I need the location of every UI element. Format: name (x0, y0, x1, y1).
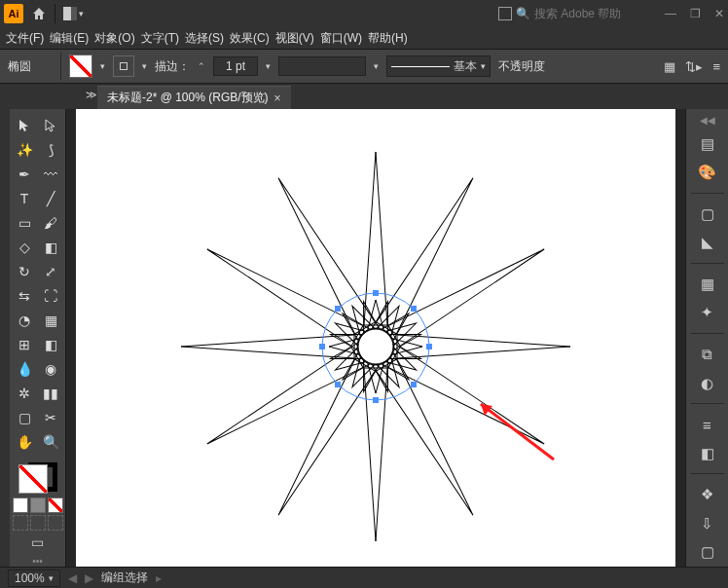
window-close-button[interactable]: ✕ (714, 7, 724, 20)
gradient-tool[interactable]: ◧ (39, 334, 62, 355)
color-mode-gradient[interactable] (30, 497, 46, 513)
asset-export-panel-icon[interactable]: ⇩ (694, 511, 721, 536)
properties-panel-icon[interactable]: ▤ (694, 131, 721, 157)
stroke-label: 描边： (155, 58, 190, 75)
svg-rect-5 (426, 344, 432, 349)
color-panel-icon[interactable]: 🎨 (694, 161, 721, 186)
zoom-level-field[interactable]: 100% ▾ (8, 570, 60, 587)
hand-tool[interactable]: ✋ (13, 431, 36, 453)
svg-line-10 (481, 404, 554, 459)
selection-tool[interactable] (13, 115, 36, 136)
magic-wand-tool[interactable]: ✨ (13, 139, 36, 161)
preferences-icon[interactable]: ≡ (712, 59, 720, 74)
variable-width-profile[interactable] (278, 56, 366, 76)
perspective-grid-tool[interactable]: ▦ (39, 310, 62, 331)
curvature-tool[interactable]: 〰 (39, 164, 62, 185)
tab-close-button[interactable]: × (274, 92, 281, 105)
tab-expand-left[interactable]: ≫ (78, 89, 97, 101)
slice-tool[interactable]: ✂ (39, 407, 62, 428)
align-panel-icon[interactable]: ▦ (664, 59, 675, 74)
app-logo: Ai (4, 4, 23, 23)
graphic-styles-panel-icon[interactable]: ◧ (694, 441, 721, 466)
swatches-panel-icon[interactable]: ◣ (694, 231, 721, 256)
workspace-switcher[interactable]: ▾ (63, 7, 84, 20)
home-icon[interactable] (31, 6, 47, 21)
menu-file[interactable]: 文件(F) (6, 30, 44, 47)
search-input[interactable] (534, 7, 651, 20)
svg-point-0 (358, 329, 393, 364)
type-tool[interactable]: T (13, 188, 36, 209)
menu-edit[interactable]: 编辑(E) (50, 30, 89, 47)
eraser-tool[interactable]: ◧ (39, 237, 62, 258)
brushes-panel-icon[interactable]: ▦ (694, 272, 721, 297)
zoom-tool[interactable]: 🔍 (39, 431, 62, 453)
stroke-panel-icon[interactable]: ⧉ (694, 342, 721, 367)
fill-swatch[interactable] (69, 55, 92, 78)
line-segment-tool[interactable]: ╱ (39, 188, 62, 209)
menu-window[interactable]: 窗口(W) (320, 30, 362, 47)
transform-panel-icon[interactable]: ⇅▸ (685, 59, 703, 74)
appearance-panel-icon[interactable]: ≡ (694, 412, 721, 437)
shape-builder-tool[interactable]: ◔ (13, 310, 36, 331)
direct-selection-tool[interactable] (39, 115, 62, 136)
width-tool[interactable]: ⇆ (13, 285, 36, 307)
canvas-area[interactable] (66, 109, 685, 567)
window-minimize-button[interactable]: — (665, 7, 676, 20)
arrange-documents-icon[interactable] (498, 7, 512, 20)
control-bar: 椭圆 ▾ ▾ 描边： ⌃ 1 pt▾ ▾ 基本▾ 不透明度 ▦ ⇅▸ ≡ (0, 49, 728, 84)
document-tab-title: 未标题-2* @ 100% (RGB/预览) (107, 90, 269, 106)
svg-rect-2 (373, 290, 379, 296)
opacity-label[interactable]: 不透明度 (498, 58, 545, 75)
brush-definition[interactable]: 基本▾ (386, 55, 491, 77)
menu-object[interactable]: 对象(O) (94, 30, 134, 47)
transparency-panel-icon[interactable]: ◐ (694, 371, 721, 396)
right-panel-dock: ◀◀ ▤ 🎨 ▢ ◣ ▦ ✦ ⧉ ◐ ≡ ◧ ❖ ⇩ ▢ (685, 109, 728, 567)
draw-behind[interactable] (30, 515, 46, 531)
menu-effect[interactable]: 效果(C) (230, 30, 270, 47)
symbols-panel-icon[interactable]: ✦ (694, 301, 721, 326)
scale-tool[interactable]: ⤢ (39, 261, 62, 282)
libraries-panel-icon[interactable]: ▢ (694, 202, 721, 227)
draw-normal[interactable] (13, 515, 28, 531)
menu-bar: 文件(F) 编辑(E) 对象(O) 文字(T) 选择(S) 效果(C) 视图(V… (0, 27, 728, 49)
rotate-tool[interactable]: ↻ (13, 261, 36, 282)
color-mode-solid[interactable] (13, 497, 28, 513)
menu-view[interactable]: 视图(V) (275, 30, 314, 47)
menu-type[interactable]: 文字(T) (141, 30, 179, 47)
svg-rect-3 (373, 397, 379, 403)
layers-panel-icon[interactable]: ❖ (694, 482, 721, 507)
column-graph-tool[interactable]: ▮▮ (39, 383, 62, 404)
mesh-tool[interactable]: ⊞ (13, 334, 36, 355)
svg-rect-6 (411, 306, 417, 312)
dock-expand-button[interactable]: ◀◀ (700, 115, 715, 126)
menu-select[interactable]: 选择(S) (185, 30, 224, 47)
svg-rect-9 (335, 382, 341, 387)
stroke-swatch[interactable] (113, 55, 134, 77)
svg-rect-8 (411, 382, 417, 387)
eyedropper-tool[interactable]: 💧 (13, 358, 36, 380)
fill-stroke-indicator[interactable] (17, 462, 59, 494)
menu-help[interactable]: 帮助(H) (368, 30, 408, 47)
search-icon: 🔍 (516, 7, 530, 20)
draw-inside[interactable] (48, 515, 63, 531)
lasso-tool[interactable]: ⟆ (39, 139, 62, 161)
status-bar: 100% ▾ ◀ ▶ 编组选择 ▸ (0, 567, 728, 588)
stroke-weight-field[interactable]: 1 pt (213, 56, 258, 76)
selection-type-label: 椭圆 (8, 58, 53, 75)
free-transform-tool[interactable]: ⛶ (39, 285, 62, 307)
symbol-sprayer-tool[interactable]: ✲ (13, 383, 36, 404)
pen-tool[interactable]: ✒ (13, 164, 36, 185)
shaper-tool[interactable]: ◇ (13, 237, 36, 258)
edit-toolbar-button[interactable]: ••• (32, 556, 43, 567)
rectangle-tool[interactable]: ▭ (13, 212, 36, 234)
artboards-panel-icon[interactable]: ▢ (694, 539, 721, 565)
window-restore-button[interactable]: ❐ (690, 7, 701, 20)
artboard-tool[interactable]: ▢ (13, 407, 36, 428)
paintbrush-tool[interactable]: 🖌 (39, 212, 62, 234)
color-mode-none[interactable] (48, 497, 63, 513)
screen-mode-button[interactable]: ▭ (31, 534, 44, 550)
star-artwork[interactable] (166, 137, 585, 556)
blend-tool[interactable]: ◉ (39, 358, 62, 380)
artboard[interactable] (76, 109, 675, 567)
document-tab[interactable]: 未标题-2* @ 100% (RGB/预览) × (97, 86, 291, 109)
